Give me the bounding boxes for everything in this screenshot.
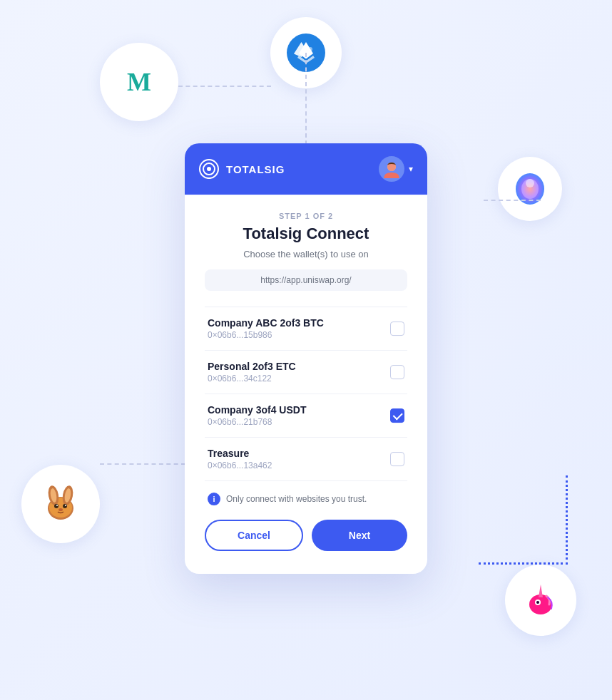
pancakeswap-circle xyxy=(21,465,100,543)
button-row: Cancel Next xyxy=(205,520,407,554)
wallet-info-0: Company ABC 2of3 BTC 0×06b6...15b986 xyxy=(208,317,324,340)
chevron-down-icon[interactable]: ▾ xyxy=(409,164,413,174)
connector-left-bottom xyxy=(100,463,185,465)
wallet-item-2[interactable]: Company 3of4 USDT 0×06b6...21b768 xyxy=(205,394,407,438)
wallet-item-3[interactable]: Treasure 0×06b6...13a462 xyxy=(205,438,407,480)
svg-point-1 xyxy=(308,47,312,51)
wallet-info-3: Treasure 0×06b6...13a462 xyxy=(208,448,272,470)
wallet-checkbox-0[interactable] xyxy=(390,321,404,336)
wallet-name-2: Company 3of4 USDT xyxy=(208,404,306,416)
uniswap-icon xyxy=(519,579,562,622)
wallet-address-3: 0×06b6...13a462 xyxy=(208,460,272,470)
modal-header: TOTALSIG ▾ xyxy=(185,143,427,195)
next-button[interactable]: Next xyxy=(312,520,407,551)
cancel-button[interactable]: Cancel xyxy=(205,520,303,551)
svg-point-12 xyxy=(63,504,67,508)
wallet-name-3: Treasure xyxy=(208,448,272,459)
wallet-name-1: Personal 2of3 ETC xyxy=(208,361,296,372)
url-display: https://app.uniswap.org/ xyxy=(205,269,407,291)
header-title: TOTALSIG xyxy=(226,163,285,175)
wallet-address-0: 0×06b6...15b986 xyxy=(208,330,324,340)
svg-point-19 xyxy=(536,601,539,604)
modal-card: TOTALSIG ▾ STEP 1 OF 2 Totalsig Connect … xyxy=(185,143,427,574)
wallet-list: Company ABC 2of3 BTC 0×06b6...15b986 Per… xyxy=(205,307,407,480)
modal-title: Totalsig Connect xyxy=(205,225,407,243)
wallet-name-0: Company ABC 2of3 BTC xyxy=(208,317,324,329)
modal-body: STEP 1 OF 2 Totalsig Connect Choose the … xyxy=(185,195,427,574)
warning-text: Only connect with websites you trust. xyxy=(226,494,367,504)
maker-icon: M xyxy=(127,67,151,97)
modal-subtitle: Choose the wallet(s) to use on xyxy=(205,249,407,259)
step-label: STEP 1 OF 2 xyxy=(205,212,407,220)
warning-section: i Only connect with websites you trust. xyxy=(205,480,407,520)
uniswap-circle xyxy=(505,565,576,636)
svg-point-4 xyxy=(526,179,534,187)
maker-circle: M xyxy=(100,43,178,121)
oneinch-circle xyxy=(498,157,562,221)
connector-checked-horizontal xyxy=(479,562,568,565)
svg-point-15 xyxy=(58,508,63,511)
wallet-address-2: 0×06b6...21b768 xyxy=(208,417,306,427)
wallet-item-1[interactable]: Personal 2of3 ETC 0×06b6...34c122 xyxy=(205,351,407,394)
header-right[interactable]: ▾ xyxy=(379,156,413,182)
wallet-checkbox-1[interactable] xyxy=(390,365,404,379)
svg-point-14 xyxy=(65,505,66,506)
svg-marker-17 xyxy=(539,585,543,597)
totalsig-logo-icon xyxy=(199,159,219,179)
svg-point-11 xyxy=(54,504,58,508)
wallet-checkbox-3[interactable] xyxy=(390,452,404,466)
avatar[interactable] xyxy=(379,156,404,182)
wallet-info-2: Company 3of4 USDT 0×06b6...21b768 xyxy=(208,404,306,427)
wallet-item-0[interactable]: Company ABC 2of3 BTC 0×06b6...15b986 xyxy=(205,307,407,351)
connector-left-top xyxy=(178,86,271,87)
svg-point-13 xyxy=(56,505,58,506)
wallet-info-1: Personal 2of3 ETC 0×06b6...34c122 xyxy=(208,361,296,384)
connector-right xyxy=(484,200,541,201)
info-icon: i xyxy=(208,493,220,505)
wallet-address-1: 0×06b6...34c122 xyxy=(208,374,296,384)
header-left: TOTALSIG xyxy=(199,159,285,179)
oneinch-icon xyxy=(510,169,550,209)
pancake-icon xyxy=(39,483,82,525)
wallet-checkbox-2[interactable] xyxy=(390,408,404,423)
avatar-icon xyxy=(382,160,401,178)
svg-point-22 xyxy=(207,167,211,171)
connector-checked-vertical xyxy=(566,475,568,565)
